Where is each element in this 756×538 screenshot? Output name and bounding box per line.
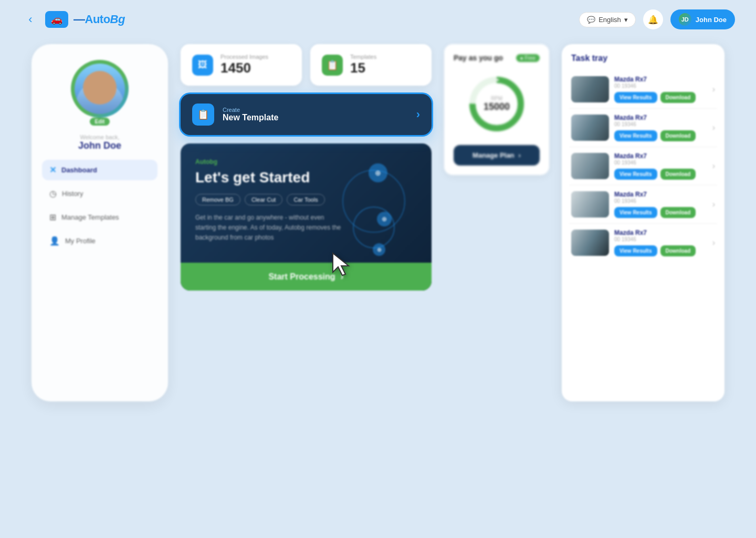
- create-label: Create: [223, 107, 408, 113]
- sidebar-item-label: History: [62, 190, 83, 198]
- promo-description: Get in the car and go anywhere - without…: [195, 213, 342, 243]
- welcome-text: Welcome back,: [80, 134, 120, 140]
- download-button-5[interactable]: Download: [660, 245, 696, 256]
- sidebar-item-history[interactable]: ◷ History: [42, 183, 158, 204]
- profile-icon: 👤: [49, 236, 60, 246]
- templates-icon: ⊞: [49, 212, 56, 222]
- donut-center: RPM 15000: [484, 96, 510, 112]
- task-sub-2: 00 19346: [614, 121, 707, 127]
- task-info-2: Mazda Rx7 00 19346 View Results Download: [614, 114, 707, 141]
- topnav-left: ‹ 🚗 —AutoBg: [21, 10, 125, 29]
- task-actions-4: View Results Download: [614, 207, 707, 218]
- promo-tag-car-tools: Car Tools: [287, 194, 324, 205]
- task-more-button-2[interactable]: ›: [712, 123, 715, 132]
- view-results-button-5[interactable]: View Results: [614, 245, 657, 256]
- create-template-icon: 📋: [197, 109, 209, 120]
- phone-mockup: Edit Welcome back, John Doe ✕ Dashboard …: [32, 44, 168, 401]
- task-more-button-4[interactable]: ›: [712, 200, 715, 209]
- start-processing-label: Start Processing: [268, 272, 335, 282]
- download-button-3[interactable]: Download: [660, 169, 696, 180]
- back-button[interactable]: ‹: [21, 10, 40, 29]
- user-avatar-small: JD: [679, 13, 691, 26]
- task-info-1: Mazda Rx7 00 19346 View Results Download: [614, 76, 707, 103]
- task-info-4: Mazda Rx7 00 19346 View Results Download: [614, 191, 707, 218]
- stat-info-templates: Templates 15: [350, 54, 420, 76]
- stat-card-processed: 🖼 Processed Images 1450: [181, 44, 302, 86]
- sidebar-item-label: Manage Templates: [61, 213, 119, 221]
- sidebar-item-my-profile[interactable]: 👤 My Profile: [42, 231, 158, 251]
- task-more-button-5[interactable]: ›: [712, 238, 715, 247]
- task-thumb-4: [571, 191, 609, 218]
- task-actions-3: View Results Download: [614, 169, 707, 180]
- sidebar-item-manage-templates[interactable]: ⊞ Manage Templates: [42, 207, 158, 227]
- center-panels: 🖼 Processed Images 1450 📋 Templates 15: [181, 44, 432, 401]
- stat-value-processed: 1450: [220, 60, 290, 76]
- circle-icon-3: ⊕: [377, 246, 382, 253]
- circle-dot-1: ⊕: [369, 163, 387, 182]
- create-title: New Template: [223, 113, 408, 122]
- app-name: —AutoBg: [74, 13, 125, 26]
- language-label: English: [598, 16, 621, 24]
- task-more-button-1[interactable]: ›: [712, 85, 715, 94]
- task-name-4: Mazda Rx7: [614, 191, 707, 198]
- edit-badge[interactable]: Edit: [90, 118, 110, 126]
- circle-dot-2: ⊕: [377, 212, 392, 226]
- sidebar-item-dashboard[interactable]: ✕ Dashboard: [42, 160, 158, 180]
- task-thumb-1: [571, 76, 609, 102]
- task-item-5: Mazda Rx7 00 19346 View Results Download…: [569, 224, 717, 262]
- logo-car-icon: 🚗: [51, 14, 62, 25]
- history-icon: ◷: [49, 189, 57, 199]
- download-button-2[interactable]: Download: [660, 130, 696, 141]
- task-car-image-5: [571, 230, 609, 256]
- donut-label: RPM: [484, 96, 510, 101]
- task-thumb-3: [571, 153, 609, 179]
- view-results-button-3[interactable]: View Results: [614, 169, 657, 180]
- create-arrow-icon: ›: [416, 108, 420, 121]
- task-info-3: Mazda Rx7 00 19346 View Results Download: [614, 152, 707, 180]
- task-sub-3: 00 19346: [614, 160, 707, 165]
- task-item-4: Mazda Rx7 00 19346 View Results Download…: [569, 185, 717, 224]
- task-tray-title: Task tray: [569, 54, 717, 63]
- user-name-label: John Doe: [696, 16, 727, 24]
- stats-row: 🖼 Processed Images 1450 📋 Templates 15: [181, 44, 432, 86]
- view-results-button-4[interactable]: View Results: [614, 207, 657, 218]
- stat-icon-templates: 📋: [322, 55, 343, 76]
- stat-value-templates: 15: [350, 60, 420, 76]
- download-button-4[interactable]: Download: [660, 207, 696, 218]
- language-selector[interactable]: 💬 English ▾: [579, 12, 636, 27]
- payg-label: Pay as you go: [454, 54, 503, 62]
- user-menu-button[interactable]: JD John Doe: [670, 9, 735, 29]
- task-item-3: Mazda Rx7 00 19346 View Results Download…: [569, 147, 717, 185]
- view-results-button-1[interactable]: View Results: [614, 92, 657, 103]
- start-processing-arrow: ›: [341, 271, 344, 282]
- task-sub-1: 00 19346: [614, 83, 707, 89]
- download-button-1[interactable]: Download: [660, 92, 696, 103]
- manage-plan-arrow: ›: [519, 151, 521, 159]
- topnav-right: 💬 English ▾ 🔔 JD John Doe: [579, 9, 735, 29]
- manage-plan-button[interactable]: Manage Plan ›: [454, 145, 540, 165]
- sidebar-item-label: Dashboard: [61, 166, 97, 174]
- topnav: ‹ 🚗 —AutoBg 💬 English ▾ 🔔 JD John Doe: [0, 0, 756, 39]
- dashboard-icon: ✕: [49, 165, 56, 175]
- task-sub-4: 00 19346: [614, 198, 707, 204]
- start-processing-button[interactable]: Start Processing ›: [181, 263, 432, 291]
- task-name-5: Mazda Rx7: [614, 229, 707, 236]
- notification-button[interactable]: 🔔: [643, 9, 663, 29]
- sidebar-nav: ✕ Dashboard ◷ History ⊞ Manage Templates…: [42, 160, 158, 251]
- payg-card: Pay as you go ● Free RPM 15000 Manage Pl…: [444, 44, 549, 175]
- logo-icon-box: 🚗: [45, 11, 68, 28]
- task-thumb-5: [571, 230, 609, 256]
- template-icon: 📋: [327, 59, 338, 71]
- task-actions-1: View Results Download: [614, 92, 707, 103]
- stat-label-processed: Processed Images: [220, 54, 290, 60]
- promo-tag-clear-cut: Clear Cut: [245, 194, 282, 205]
- avatar: [71, 60, 129, 118]
- create-template-card[interactable]: 📋 Create New Template ›: [181, 94, 432, 135]
- view-results-button-2[interactable]: View Results: [614, 130, 657, 141]
- task-name-2: Mazda Rx7: [614, 114, 707, 121]
- task-more-button-3[interactable]: ›: [712, 161, 715, 171]
- donut-chart: RPM 15000: [465, 73, 528, 136]
- avatar-image: [75, 64, 125, 114]
- circle-icon-1: ⊕: [375, 169, 381, 177]
- task-item-2: Mazda Rx7 00 19346 View Results Download…: [569, 109, 717, 147]
